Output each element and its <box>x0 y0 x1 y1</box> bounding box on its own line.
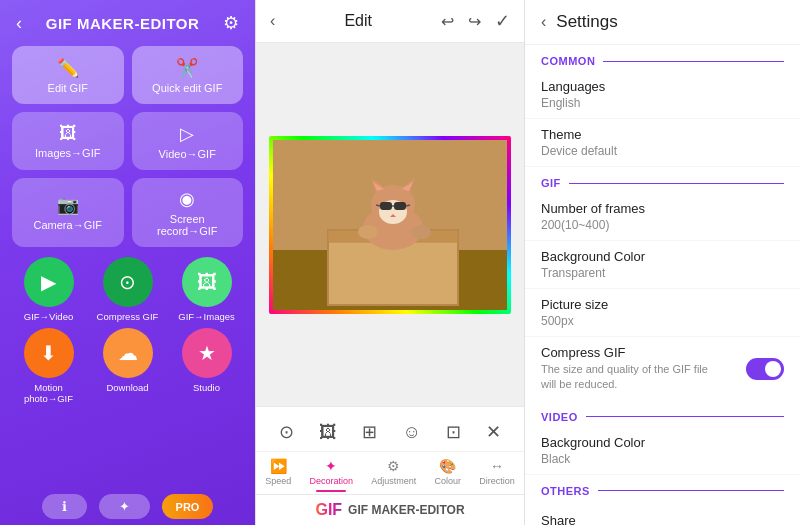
camera-to-gif-button[interactable]: 📷 Camera→GIF <box>12 178 124 247</box>
info-button[interactable]: ℹ <box>42 494 87 519</box>
section-label-others: OTHERS <box>541 485 590 497</box>
svg-rect-12 <box>380 202 392 210</box>
pro-button[interactable]: PRO <box>162 494 214 519</box>
svg-rect-13 <box>394 202 406 210</box>
languages-value: English <box>541 96 784 110</box>
settings-languages[interactable]: Languages English <box>525 71 800 119</box>
scissors-icon: ✂️ <box>176 57 198 79</box>
theme-value: Device default <box>541 144 784 158</box>
settings-bg-color-video[interactable]: Background Color Black <box>525 427 800 475</box>
motion-photo-icon: ⬇ <box>24 328 74 378</box>
gif-frame-inner <box>273 140 507 310</box>
section-header-common: COMMON <box>525 45 800 71</box>
gif-to-images-button[interactable]: 🖼 GIF→Images <box>170 257 243 322</box>
gif-preview-area <box>256 43 524 406</box>
settings-share[interactable]: Share <box>525 501 800 525</box>
mid-back-icon[interactable]: ‹ <box>270 12 275 30</box>
toolbar-emoji-icon[interactable]: ☺ <box>398 418 424 447</box>
download-button[interactable]: ☁ Download <box>91 328 164 404</box>
edit-gif-label: Edit GIF <box>48 82 88 94</box>
compress-gif-button[interactable]: ⊙ Compress GIF <box>91 257 164 322</box>
settings-title: Settings <box>556 12 617 32</box>
tab-colour[interactable]: 🎨 Colour <box>429 456 468 488</box>
tab-direction[interactable]: ↔ Direction <box>473 456 521 488</box>
tab-decoration[interactable]: ✦ Decoration <box>303 456 359 488</box>
left-bottom-bar: ℹ ✦ PRO <box>0 488 255 525</box>
quick-edit-gif-label: Quick edit GIF <box>152 82 222 94</box>
settings-picture-size[interactable]: Picture size 500px <box>525 289 800 337</box>
footer-app-name: GIF MAKER-EDITOR <box>348 503 464 517</box>
compress-icon: ⊙ <box>103 257 153 307</box>
app-title: GIF MAKER-EDITOR <box>46 15 200 32</box>
left-panel: ‹ GIF MAKER-EDITOR ⚙ ✏️ Edit GIF ✂️ Quic… <box>0 0 255 525</box>
compress-gif-desc: The size and quality of the GIF file wil… <box>541 362 721 393</box>
quick-edit-gif-button[interactable]: ✂️ Quick edit GIF <box>132 46 244 104</box>
images-to-gif-button[interactable]: 🖼 Images→GIF <box>12 112 124 170</box>
gear-icon[interactable]: ⚙ <box>223 12 239 34</box>
picture-size-title: Picture size <box>541 297 784 312</box>
bg-color-video-title: Background Color <box>541 435 784 450</box>
gift-button[interactable]: ✦ <box>99 494 150 519</box>
toolbar-icons-row: ⊙ 🖼 ⊞ ☺ ⊡ ✕ <box>256 413 524 451</box>
mid-panel: ‹ Edit ↩ ↪ ✓ <box>255 0 525 525</box>
redo-icon[interactable]: ↪ <box>468 12 481 31</box>
gif-video-icon: ▶ <box>24 257 74 307</box>
screen-record-button[interactable]: ◉ Screen record→GIF <box>132 178 244 247</box>
edit-icon: ✏️ <box>57 57 79 79</box>
gif-video-label: GIF→Video <box>24 311 73 322</box>
toolbar-camera-icon[interactable]: ⊙ <box>275 417 298 447</box>
studio-button[interactable]: ★ Studio <box>170 328 243 404</box>
mid-header-actions: ↩ ↪ ✓ <box>441 10 510 32</box>
back-icon[interactable]: ‹ <box>16 13 22 34</box>
tab-speed[interactable]: ⏩ Speed <box>259 456 297 488</box>
mid-title: Edit <box>344 12 372 30</box>
cat-scene-svg <box>273 140 507 310</box>
svg-line-16 <box>406 205 410 206</box>
gif-to-video-button[interactable]: ▶ GIF→Video <box>12 257 85 322</box>
settings-compress-gif: Compress GIF The size and quality of the… <box>525 337 800 401</box>
section-divider-common <box>603 61 784 62</box>
svg-line-15 <box>376 205 380 206</box>
video-to-gif-button[interactable]: ▷ Video→GIF <box>132 112 244 170</box>
toolbar-image-icon[interactable]: 🖼 <box>315 418 341 447</box>
num-frames-title: Number of frames <box>541 201 784 216</box>
svg-point-19 <box>411 225 431 239</box>
bg-color-video-value: Black <box>541 452 784 466</box>
compress-gif-toggle[interactable] <box>746 358 784 380</box>
svg-point-18 <box>358 225 378 239</box>
bg-color-gif-title: Background Color <box>541 249 784 264</box>
toolbar-close-icon[interactable]: ✕ <box>482 417 505 447</box>
compress-gif-title: Compress GIF <box>541 345 746 360</box>
settings-theme[interactable]: Theme Device default <box>525 119 800 167</box>
section-label-video: VIDEO <box>541 411 578 423</box>
mid-header: ‹ Edit ↩ ↪ ✓ <box>256 0 524 43</box>
compress-gif-text: Compress GIF The size and quality of the… <box>541 345 746 393</box>
section-label-gif: GIF <box>541 177 561 189</box>
camera-icon: 📷 <box>57 194 79 216</box>
camera-gif-label: Camera→GIF <box>34 219 102 231</box>
toolbar-grid-icon[interactable]: ⊞ <box>358 417 381 447</box>
images-icon: 🖼 <box>59 123 77 144</box>
mid-footer: GIF GIF MAKER-EDITOR <box>256 494 524 525</box>
gif-images-label: GIF→Images <box>178 311 235 322</box>
gif-images-icon: 🖼 <box>182 257 232 307</box>
theme-title: Theme <box>541 127 784 142</box>
studio-label: Studio <box>193 382 220 393</box>
mid-toolbar: ⊙ 🖼 ⊞ ☺ ⊡ ✕ ⏩ Speed ✦ Decoration ⚙ Adjus… <box>256 406 524 494</box>
left-header: ‹ GIF MAKER-EDITOR ⚙ <box>0 0 255 42</box>
settings-num-frames[interactable]: Number of frames 200(10~400) <box>525 193 800 241</box>
motion-photo-button[interactable]: ⬇ Motion photo→GIF <box>12 328 85 404</box>
download-label: Download <box>106 382 148 393</box>
settings-bg-color-gif[interactable]: Background Color Transparent <box>525 241 800 289</box>
edit-gif-button[interactable]: ✏️ Edit GIF <box>12 46 124 104</box>
undo-icon[interactable]: ↩ <box>441 12 454 31</box>
section-header-video: VIDEO <box>525 401 800 427</box>
confirm-icon[interactable]: ✓ <box>495 10 510 32</box>
languages-title: Languages <box>541 79 784 94</box>
compress-gif-label: Compress GIF <box>97 311 159 322</box>
toolbar-frame-icon[interactable]: ⊡ <box>442 417 465 447</box>
tab-adjustment[interactable]: ⚙ Adjustment <box>365 456 422 488</box>
settings-back-icon[interactable]: ‹ <box>541 13 546 31</box>
right-panel: ‹ Settings COMMON Languages English Them… <box>525 0 800 525</box>
footer-gif-logo: GIF <box>315 501 342 519</box>
